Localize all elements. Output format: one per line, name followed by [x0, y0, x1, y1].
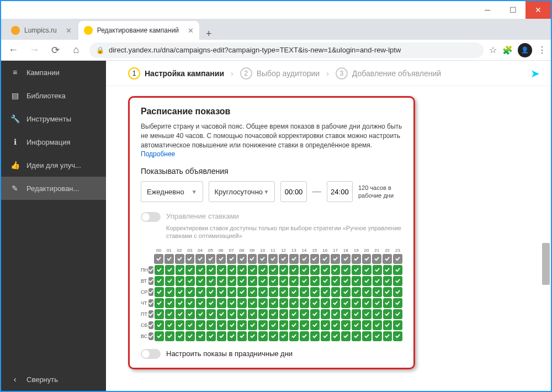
hour-cell[interactable]	[165, 320, 174, 330]
hour-cell[interactable]	[373, 309, 382, 319]
hour-cell[interactable]	[352, 298, 361, 308]
time-from[interactable]: 00:00	[280, 181, 306, 202]
time-to[interactable]: 24:00	[327, 181, 353, 202]
hour-cell[interactable]	[393, 276, 402, 286]
menu-icon[interactable]: ⋮	[538, 45, 546, 55]
hour-cell[interactable]	[321, 276, 330, 286]
hour-cell[interactable]	[300, 265, 309, 275]
hour-cell[interactable]	[269, 287, 278, 297]
hour-cell[interactable]	[300, 287, 309, 297]
url-input[interactable]: 🔒 direct.yandex.ru/dna/campaigns-edit?ca…	[89, 43, 484, 58]
sidebar-item-campaigns[interactable]: ≡Кампании	[1, 61, 106, 84]
hour-cell[interactable]	[383, 309, 392, 319]
minimize-button[interactable]: ─	[475, 1, 500, 19]
hour-cell[interactable]	[300, 276, 309, 286]
hour-cell[interactable]	[155, 331, 164, 341]
hour-cell[interactable]	[300, 298, 309, 308]
row-check[interactable]	[148, 266, 153, 274]
new-tab-button[interactable]: +	[200, 28, 217, 40]
hour-cell[interactable]	[176, 276, 185, 286]
hour-cell[interactable]	[310, 276, 320, 286]
hour-cell[interactable]	[196, 298, 205, 308]
hour-cell[interactable]	[279, 320, 289, 330]
column-check[interactable]	[289, 254, 299, 264]
hour-cell[interactable]	[206, 265, 216, 275]
column-check[interactable]	[154, 254, 163, 264]
bookmark-icon[interactable]: ☆	[489, 45, 497, 55]
hour-cell[interactable]	[237, 276, 247, 286]
hour-cell[interactable]	[196, 309, 205, 319]
row-check[interactable]	[148, 321, 153, 329]
column-check[interactable]	[206, 254, 215, 264]
hour-cell[interactable]	[393, 320, 402, 330]
hour-cell[interactable]	[269, 309, 278, 319]
hour-cell[interactable]	[300, 320, 309, 330]
hour-cell[interactable]	[300, 309, 309, 319]
hour-cell[interactable]	[217, 265, 226, 275]
sidebar-item-tools[interactable]: 🔧Инструменты	[1, 107, 106, 130]
span-select[interactable]: Круглосуточно▼	[209, 181, 275, 202]
hour-cell[interactable]	[217, 331, 226, 341]
column-check[interactable]	[320, 254, 330, 264]
hour-cell[interactable]	[362, 287, 371, 297]
column-check[interactable]	[216, 254, 226, 264]
row-check[interactable]	[148, 310, 153, 318]
sidebar-item-library[interactable]: ▤Библиотека	[1, 84, 106, 107]
hour-cell[interactable]	[289, 265, 299, 275]
row-check[interactable]	[148, 299, 153, 307]
hour-cell[interactable]	[331, 298, 341, 308]
hour-cell[interactable]	[362, 265, 371, 275]
hour-cell[interactable]	[237, 309, 247, 319]
hour-cell[interactable]	[155, 276, 164, 286]
hour-cell[interactable]	[352, 309, 361, 319]
browser-tab-0[interactable]: Lumpics.ru ✕	[6, 21, 77, 40]
hour-cell[interactable]	[393, 331, 402, 341]
hour-cell[interactable]	[248, 265, 257, 275]
hour-cell[interactable]	[289, 331, 299, 341]
hour-cell[interactable]	[206, 287, 216, 297]
hour-cell[interactable]	[310, 287, 320, 297]
hour-cell[interactable]	[258, 265, 268, 275]
sidebar-item-info[interactable]: ℹИнформация	[1, 130, 106, 153]
hour-cell[interactable]	[393, 298, 402, 308]
hour-cell[interactable]	[248, 276, 257, 286]
hour-cell[interactable]	[227, 276, 237, 286]
hour-cell[interactable]	[289, 276, 299, 286]
hour-cell[interactable]	[269, 298, 278, 308]
hour-cell[interactable]	[321, 320, 330, 330]
column-check[interactable]	[310, 254, 320, 264]
hour-cell[interactable]	[321, 309, 330, 319]
hour-cell[interactable]	[248, 287, 257, 297]
hour-cell[interactable]	[165, 265, 174, 275]
scrollbar-thumb[interactable]	[542, 243, 550, 285]
hour-cell[interactable]	[155, 287, 164, 297]
hour-cell[interactable]	[248, 298, 257, 308]
hour-cell[interactable]	[310, 320, 320, 330]
hour-cell[interactable]	[373, 287, 382, 297]
hour-cell[interactable]	[196, 265, 205, 275]
hour-cell[interactable]	[310, 331, 320, 341]
column-check[interactable]	[341, 254, 351, 264]
send-icon[interactable]: ➤	[530, 67, 540, 80]
column-check[interactable]	[175, 254, 184, 264]
hour-cell[interactable]	[362, 309, 371, 319]
hour-cell[interactable]	[217, 298, 226, 308]
hour-cell[interactable]	[341, 287, 351, 297]
hour-cell[interactable]	[185, 276, 195, 286]
hour-cell[interactable]	[352, 331, 361, 341]
hour-cell[interactable]	[185, 309, 195, 319]
column-check[interactable]	[185, 254, 195, 264]
hour-cell[interactable]	[362, 320, 371, 330]
hour-cell[interactable]	[176, 320, 185, 330]
column-check[interactable]	[393, 254, 402, 264]
reload-button[interactable]: ⟳	[47, 44, 63, 56]
forward-button[interactable]: →	[26, 44, 42, 56]
step-3[interactable]: 3 Добавление объявлений	[336, 67, 441, 80]
bid-toggle[interactable]	[141, 212, 161, 222]
hour-cell[interactable]	[196, 287, 205, 297]
hour-cell[interactable]	[393, 287, 402, 297]
hour-cell[interactable]	[185, 331, 195, 341]
hour-cell[interactable]	[227, 320, 237, 330]
hour-cell[interactable]	[248, 320, 257, 330]
hour-cell[interactable]	[237, 298, 247, 308]
